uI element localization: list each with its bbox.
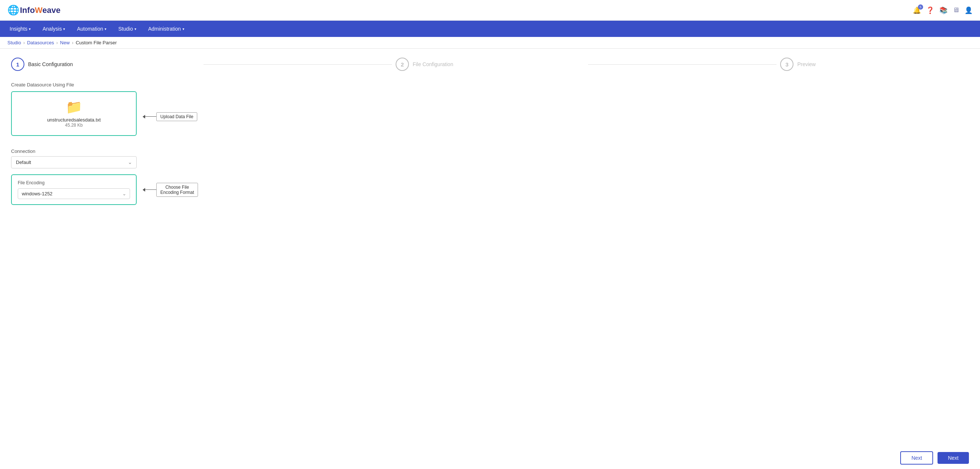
step-line-2-3 xyxy=(588,64,777,65)
breadcrumb-studio[interactable]: Studio xyxy=(7,40,21,45)
encoding-select[interactable]: windows-1252 xyxy=(18,188,130,199)
upload-area[interactable]: 📁 unstructuredsalesdata.txt 45.28 Kb xyxy=(11,91,137,136)
navbar: Insights ▾ Analysis ▾ Automation ▾ Studi… xyxy=(0,21,980,37)
step-2-circle: 2 xyxy=(396,57,409,71)
nav-administration[interactable]: Administration ▾ xyxy=(142,21,190,37)
nav-analysis[interactable]: Analysis ▾ xyxy=(37,21,71,37)
encoding-arrow-line xyxy=(143,188,156,192)
step-3-label: Preview xyxy=(797,61,816,67)
insights-arrow-icon: ▾ xyxy=(29,27,31,31)
encoding-arrowhead-icon xyxy=(143,188,145,192)
breadcrumb-sep-1: › xyxy=(23,40,25,45)
step-1-label: Basic Configuration xyxy=(28,61,73,67)
nav-automation[interactable]: Automation ▾ xyxy=(71,21,112,37)
main-content: 1 Basic Configuration 2 File Configurati… xyxy=(0,49,980,444)
topbar-icons: 🔔 5 ❓ 📚 🖥 👤 xyxy=(913,6,973,14)
breadcrumb-current: Custom File Parser xyxy=(76,40,117,45)
notification-badge: 5 xyxy=(918,5,923,10)
logo-icon: 🌐 xyxy=(7,5,19,16)
step-1: 1 Basic Configuration xyxy=(11,57,200,71)
notification-icon[interactable]: 🔔 5 xyxy=(913,6,921,14)
user-icon[interactable]: 👤 xyxy=(964,6,973,14)
step-2: 2 File Configuration xyxy=(396,57,584,71)
breadcrumb-sep-3: › xyxy=(72,40,73,45)
connection-group: Connection Default xyxy=(11,148,969,169)
folder-icon: 📁 xyxy=(66,99,83,115)
encoding-line xyxy=(145,189,156,190)
nav-studio[interactable]: Studio ▾ xyxy=(112,21,142,37)
monitor-icon[interactable]: 🖥 xyxy=(953,6,959,14)
administration-arrow-icon: ▾ xyxy=(183,27,185,31)
step-3-circle: 3 xyxy=(780,57,794,71)
breadcrumb-new[interactable]: New xyxy=(60,40,70,45)
file-name: unstructuredsalesdata.txt xyxy=(47,117,100,122)
connection-select-wrapper: Default xyxy=(11,156,137,169)
nav-insights[interactable]: Insights ▾ xyxy=(4,21,37,37)
encoding-label: File Encoding xyxy=(18,180,130,185)
breadcrumb: Studio › Datasources › New › Custom File… xyxy=(0,37,980,49)
action-row: Next Next xyxy=(0,444,980,469)
logo: 🌐 InfoWeave xyxy=(7,5,60,16)
next-outline-button[interactable]: Next xyxy=(900,451,933,464)
logo-text: InfoWeave xyxy=(20,6,60,15)
wizard-steps: 1 Basic Configuration 2 File Configurati… xyxy=(11,57,969,71)
connection-label: Connection xyxy=(11,148,969,154)
encoding-area: File Encoding windows-1252 xyxy=(11,174,137,205)
help-icon[interactable]: ❓ xyxy=(926,6,934,14)
file-size: 45.28 Kb xyxy=(65,122,83,128)
section-label: Create Datasource Using File xyxy=(11,82,969,87)
analysis-arrow-icon: ▾ xyxy=(63,27,65,31)
upload-data-file-label: Upload Data File xyxy=(156,112,197,121)
studio-arrow-icon: ▾ xyxy=(134,27,136,31)
next-filled-button[interactable]: Next xyxy=(937,452,969,464)
topbar: 🌐 InfoWeave 🔔 5 ❓ 📚 🖥 👤 xyxy=(0,0,980,21)
step-3: 3 Preview xyxy=(780,57,969,71)
encoding-annotation: Choose File Encoding Format xyxy=(143,183,198,197)
library-icon[interactable]: 📚 xyxy=(939,6,948,14)
step-line-1-2 xyxy=(204,64,392,65)
upload-annotation: Upload Data File xyxy=(143,112,197,121)
automation-arrow-icon: ▾ xyxy=(105,27,107,31)
upload-arrowhead-icon xyxy=(143,115,145,119)
step-2-label: File Configuration xyxy=(413,61,453,67)
encoding-select-wrapper: windows-1252 xyxy=(18,188,130,199)
breadcrumb-datasources[interactable]: Datasources xyxy=(27,40,54,45)
step-1-circle: 1 xyxy=(11,57,24,71)
upload-line xyxy=(145,116,156,117)
breadcrumb-sep-2: › xyxy=(56,40,57,45)
connection-select[interactable]: Default xyxy=(11,156,137,169)
upload-arrow-line xyxy=(143,115,156,119)
choose-encoding-label: Choose File Encoding Format xyxy=(156,183,198,197)
